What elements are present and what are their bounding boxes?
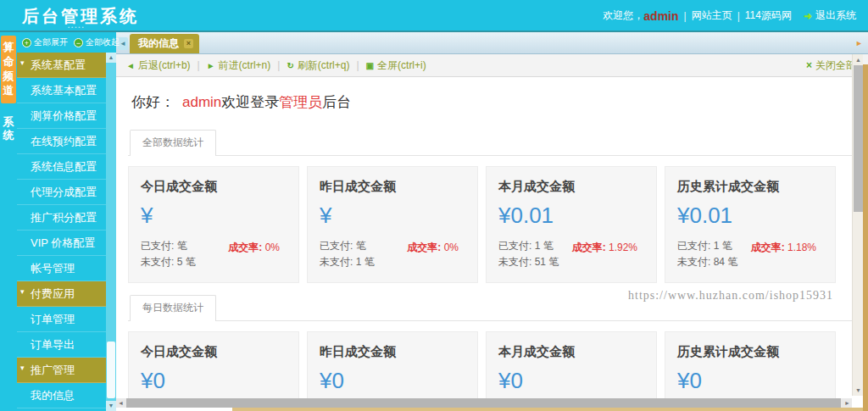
sidebar-item-system-basic-config[interactable]: 系统基本配置 [17,78,106,103]
sidebar-group-paid-apps[interactable]: ▾ 付费应用 [17,281,106,307]
sidebar-item-label: VIP 价格配置 [31,236,95,249]
main-vertical-scrollbar[interactable]: ▲ ▼ [852,54,863,396]
horizontal-scrollbar-thumb[interactable] [126,398,841,408]
tab-label: 我的信息 [138,36,179,51]
card-title: 历史累计成交金额 [677,344,826,360]
logout-link[interactable]: 退出系统 [815,8,856,23]
sidebar-item-agent-share-config[interactable]: 代理分成配置 [17,180,106,205]
greeting-username: admin [182,94,221,110]
forward-button[interactable]: ► 前进(ctrl+n) [207,58,271,73]
toolbar: ◄ 后退(ctrl+b) | ► 前进(ctrl+n) | ↻ 刷新(ctrl+… [116,54,868,77]
paid-count: 已支付: 1 笔 [498,238,559,254]
sidebar-item-label: 订单管理 [31,313,75,325]
sidebar-group-system-base-config[interactable]: ▾ 系统基配置 [17,53,106,78]
stat-card-month: 本月成交金额 ¥0 已支付: 0 笔 未支付: 0 笔 完成率: 0% 总佣金:… [486,331,657,398]
paid-count: 已支付: 1 笔 [677,238,737,254]
unpaid-count: 未支付: 51 笔 [498,254,559,270]
sidebar-scrollbar-thumb[interactable] [107,342,115,398]
back-arrow-icon: ◄ [126,61,135,70]
source-site-link[interactable]: 114源码网 [745,8,792,23]
card-amount: ¥0 [498,368,648,394]
expand-all-button[interactable]: + 全部展开 [22,36,68,48]
sidebar-item-system-info-config[interactable]: 系统信息配置 [17,154,106,180]
card-stats: 已支付: 1 笔 未支付: 51 笔 成交率: 1.92% [498,238,648,270]
deal-rate: 成交率: 1.18% [751,241,826,270]
deal-rate: 成交率: 0% [407,241,469,270]
card-amount: ¥0 [320,368,469,394]
sidebar-menu: + 全部展开 − 全部收起 ▾ 系统基配置 系统基本配置 测算价格配置 在线预约… [17,32,106,408]
collapse-all-button[interactable]: − 全部收起 [74,36,120,48]
channel-tab-fortune[interactable]: 算命频道 [1,36,16,103]
sidebar: 算命频道 系统 + 全部展开 − 全部收起 ▾ 系统基配置 系统基本配置 测算价… [0,32,116,411]
tab-daily-data-stats[interactable]: 每日数据统计 [130,295,216,321]
header-user-area: 欢迎您， admin | 网站主页 | 114源码网 ➜ 退出系统 [603,8,856,23]
vertical-scrollbar-thumb[interactable] [854,65,863,212]
fullscreen-icon: ▣ [366,61,374,70]
sidebar-item-promo-points-config[interactable]: 推广积分配置 [17,205,106,230]
deal-rate: 成交率: 1.92% [572,241,648,270]
tab-scroll-right-icon[interactable]: ► [855,39,863,47]
scroll-down-icon[interactable]: ▼ [854,386,863,395]
tab-all-data-stats[interactable]: 全部数据统计 [130,130,216,156]
card-amount: ¥0.01 [498,203,648,229]
sidebar-item-my-info[interactable]: 我的信息 [17,383,106,408]
chevron-down-icon: ▾ [20,281,25,304]
unpaid-count: 未支付: 1 笔 [320,254,375,270]
app-logo-subtitle: ••••• [68,25,86,30]
greeting-text: 你好：admin欢迎登录管理员后台 [131,92,852,112]
site-home-link[interactable]: 网站主页 [692,8,732,23]
refresh-label: 刷新(ctrl+q) [298,58,350,73]
header-separator: | [737,10,740,22]
sidebar-scrollbar[interactable]: ▲ ▼ [106,53,116,411]
sidebar-item-label: 测算价格配置 [31,109,97,122]
username: admin [643,9,678,23]
toolbar-divider: | [198,59,200,71]
tab-bar: ◄ 我的信息 × ► [116,32,868,54]
sidebar-item-vip-price-config[interactable]: VIP 价格配置 [17,230,106,256]
header-separator: | [684,10,687,22]
card-stats: 已支付: 笔 未支付: 5 笔 成交率: 0% [141,238,290,270]
card-title: 本月成交金额 [498,344,648,360]
sidebar-item-order-management[interactable]: 订单管理 [17,307,106,332]
expand-icon: + [22,38,31,47]
scroll-up-icon[interactable]: ▲ [106,53,116,63]
sidebar-group-promotion-management[interactable]: ▾ 推广管理 [17,358,106,383]
sidebar-item-label: 帐号管理 [31,262,75,275]
frame-border-bottom [232,408,863,411]
card-title: 今日成交金额 [141,344,290,360]
card-amount: ¥ [141,203,290,229]
main-horizontal-scrollbar[interactable]: ◄ ► [116,398,852,408]
card-amount: ¥0 [677,368,826,394]
tab-my-info[interactable]: 我的信息 × [130,34,199,53]
scroll-right-icon[interactable]: ► [843,398,852,408]
back-label: 后退(ctrl+b) [138,58,191,73]
sidebar-item-price-config[interactable]: 测算价格配置 [17,103,106,129]
close-all-label: 关闭全部 [815,58,856,73]
sidebar-item-online-booking-config[interactable]: 在线预约配置 [17,129,106,154]
content-panel: 你好：admin欢迎登录管理员后台 全部数据统计 今日成交金额 ¥ 已支付: 笔… [116,77,852,398]
scroll-left-icon[interactable]: ◄ [116,398,125,408]
sidebar-item-label: 在线预约配置 [31,135,97,147]
channel-tab-system[interactable]: 系统 [1,110,16,149]
card-amount: ¥0.01 [677,203,826,229]
back-button[interactable]: ◄ 后退(ctrl+b) [126,58,191,73]
refresh-button[interactable]: ↻ 刷新(ctrl+q) [287,58,349,73]
scroll-up-icon[interactable]: ▲ [854,55,863,64]
forward-label: 前进(ctrl+n) [219,58,271,73]
sidebar-item-account-management[interactable]: 帐号管理 [17,256,106,281]
card-title: 本月成交金额 [498,179,648,195]
fullscreen-button[interactable]: ▣ 全屏(ctrl+i) [366,58,426,73]
card-stat-lines: 已支付: 1 笔 未支付: 51 笔 [498,238,559,270]
stat-card-history: 历史累计成交金额 ¥0.01 已支付: 1 笔 未支付: 84 笔 成交率: 1… [665,166,836,283]
expand-all-label: 全部展开 [34,36,68,48]
close-all-button[interactable]: × 关闭全部 [806,58,856,73]
stat-card-today: 今日成交金额 ¥0 已支付: 0 笔 未支付: 0 笔 完成率: 0% 总佣金:… [128,331,299,398]
tab-close-icon[interactable]: × [184,39,193,48]
sidebar-item-label: 系统基配置 [31,58,86,71]
stat-card-yesterday: 昨日成交金额 ¥ 已支付: 笔 未支付: 1 笔 成交率: 0% [307,166,478,283]
stat-card-yesterday: 昨日成交金额 ¥0 已支付: 0 笔 未支付: 0 笔 完成率: 0% 总佣金:… [307,331,478,398]
close-icon: × [806,59,812,71]
sidebar-item-order-export[interactable]: 订单导出 [17,332,106,358]
welcome-text: 欢迎您， [603,8,643,23]
scroll-down-icon[interactable]: ▼ [106,401,116,411]
